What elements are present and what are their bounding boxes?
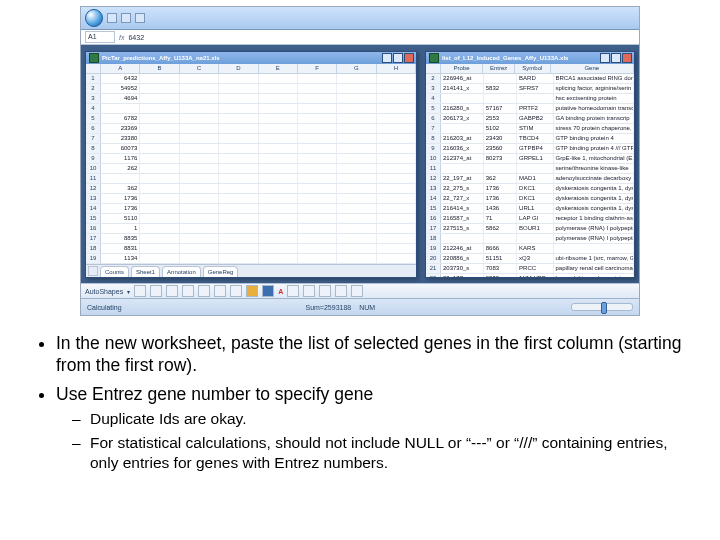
row-header[interactable]: 10: [86, 164, 101, 173]
oval-tool-icon[interactable]: [182, 285, 194, 297]
table-row[interactable]: 18polymerase (RNA) I polypepti: [426, 234, 634, 244]
row-header[interactable]: 21: [426, 264, 441, 273]
workbook-titlebar[interactable]: list_of_L12_Induced_Genes_Affy_U133A.xls: [426, 52, 634, 64]
table-row[interactable]: 19212246_at8666KARS: [426, 244, 634, 254]
table-row[interactable]: 161: [86, 224, 416, 234]
table-row[interactable]: 141736: [86, 204, 416, 214]
shadow-icon[interactable]: [335, 285, 347, 297]
row-header[interactable]: 19: [426, 244, 441, 253]
table-row[interactable]: 12362: [86, 184, 416, 194]
table-row[interactable]: 623369: [86, 124, 416, 134]
row-header[interactable]: 6: [426, 114, 441, 123]
table-row[interactable]: 17227515_s5862BOUR1polymerase (RNA) I po…: [426, 224, 634, 234]
arrow-tool-icon[interactable]: [150, 285, 162, 297]
table-row[interactable]: 10262: [86, 164, 416, 174]
table-row[interactable]: 3214141_x5832SFRS7splicing factor, argin…: [426, 84, 634, 94]
table-row[interactable]: 16432: [86, 74, 416, 84]
table-row[interactable]: 11: [86, 174, 416, 184]
3d-icon[interactable]: [351, 285, 363, 297]
col-header[interactable]: Gene: [551, 64, 634, 73]
select-all-corner[interactable]: [86, 64, 101, 73]
row-header[interactable]: 17: [86, 234, 101, 243]
table-row[interactable]: 155110: [86, 214, 416, 224]
row-header[interactable]: 5: [426, 104, 441, 113]
row-header[interactable]: 12: [86, 184, 101, 193]
line-color-icon[interactable]: [262, 285, 274, 297]
col-header[interactable]: A: [101, 64, 140, 73]
table-row[interactable]: 16216587_s71LAP GIreceptor 1 binding cla…: [426, 214, 634, 224]
sheet-tab[interactable]: Counts: [100, 266, 129, 277]
row-header[interactable]: 20: [426, 254, 441, 263]
row-header[interactable]: 3: [426, 84, 441, 93]
autoshapes-label[interactable]: AutoShapes: [85, 288, 123, 295]
row-header[interactable]: 8: [426, 134, 441, 143]
table-row[interactable]: 1422_727_x1736DKC1dyskeratosis congenita…: [426, 194, 634, 204]
col-header[interactable]: B: [140, 64, 179, 73]
table-row[interactable]: 1322_275_s1736DKC1dyskeratosis congenita…: [426, 184, 634, 194]
row-header[interactable]: 13: [426, 184, 441, 193]
maximize-icon[interactable]: [611, 53, 621, 63]
row-header[interactable]: 5: [86, 114, 101, 123]
table-row[interactable]: 178835: [86, 234, 416, 244]
grid-body[interactable]: 1643225495234694456782623369723380860073…: [86, 74, 416, 278]
table-row[interactable]: 8216203_at23430TBCD4GTP binding protein …: [426, 134, 634, 144]
line-tool-icon[interactable]: [134, 285, 146, 297]
col-header[interactable]: G: [337, 64, 376, 73]
zoom-slider[interactable]: [571, 303, 633, 311]
textbox-tool-icon[interactable]: [198, 285, 210, 297]
table-row[interactable]: 2226946_atBARDBRCA1 associated RING dom: [426, 74, 634, 84]
row-header[interactable]: 2: [86, 84, 101, 93]
row-header[interactable]: 2: [426, 74, 441, 83]
row-header[interactable]: 15: [86, 214, 101, 223]
row-header[interactable]: 13: [86, 194, 101, 203]
row-header[interactable]: 12: [426, 174, 441, 183]
table-row[interactable]: 860073: [86, 144, 416, 154]
row-header[interactable]: 22: [426, 274, 441, 278]
row-header[interactable]: 18: [426, 234, 441, 243]
table-row[interactable]: 5216280_s57167PRTF2putative homeodomain …: [426, 104, 634, 114]
wordart-tool-icon[interactable]: [214, 285, 226, 297]
line-style-icon[interactable]: [287, 285, 299, 297]
diagram-tool-icon[interactable]: [230, 285, 242, 297]
grid-body[interactable]: 2226946_atBARDBRCA1 associated RING dom3…: [426, 74, 634, 278]
row-header[interactable]: 3: [86, 94, 101, 103]
table-row[interactable]: 4: [86, 104, 416, 114]
col-header[interactable]: F: [298, 64, 337, 73]
office-orb-icon[interactable]: [85, 9, 103, 27]
quick-access-tool[interactable]: [121, 13, 131, 23]
close-icon[interactable]: [622, 53, 632, 63]
arrows-style-icon[interactable]: [319, 285, 331, 297]
rectangle-tool-icon[interactable]: [166, 285, 178, 297]
col-header[interactable]: H: [377, 64, 416, 73]
row-header[interactable]: 16: [86, 224, 101, 233]
row-header[interactable]: 17: [426, 224, 441, 233]
row-header[interactable]: 9: [86, 154, 101, 163]
row-header[interactable]: 4: [86, 104, 101, 113]
minimize-icon[interactable]: [600, 53, 610, 63]
workbook-predictions[interactable]: PicTar_predictions_Affy_U133A_na21.xls A…: [85, 51, 417, 278]
fx-icon[interactable]: fx: [119, 34, 124, 41]
table-row[interactable]: 10212374_at80273GRPEL1GrpE-like 1, mitoc…: [426, 154, 634, 164]
table-row[interactable]: 91176: [86, 154, 416, 164]
font-color-icon[interactable]: A: [278, 288, 283, 295]
col-header[interactable]: C: [180, 64, 219, 73]
row-header[interactable]: 11: [86, 174, 101, 183]
tab-nav-icon[interactable]: [88, 266, 98, 276]
col-header[interactable]: Entrez: [483, 64, 515, 73]
table-row[interactable]: 6206173_x2553GABPB2GA binding protein tr…: [426, 114, 634, 124]
close-icon[interactable]: [404, 53, 414, 63]
row-header[interactable]: 7: [86, 134, 101, 143]
select-all-corner[interactable]: [426, 64, 441, 73]
table-row[interactable]: 20220886_s51151xQ3ubi-ribsome 1 (src, ma…: [426, 254, 634, 264]
quick-access-tool[interactable]: [107, 13, 117, 23]
col-header[interactable]: Symbol: [515, 64, 550, 73]
row-header[interactable]: 19: [86, 254, 101, 263]
table-row[interactable]: 4hsc excisenting protein: [426, 94, 634, 104]
col-header[interactable]: Probe: [441, 64, 483, 73]
row-header[interactable]: 4: [426, 94, 441, 103]
row-header[interactable]: 16: [426, 214, 441, 223]
row-header[interactable]: 7: [426, 124, 441, 133]
dash-style-icon[interactable]: [303, 285, 315, 297]
table-row[interactable]: 11serine/threonine kinase-like: [426, 164, 634, 174]
table-row[interactable]: 723380: [86, 134, 416, 144]
